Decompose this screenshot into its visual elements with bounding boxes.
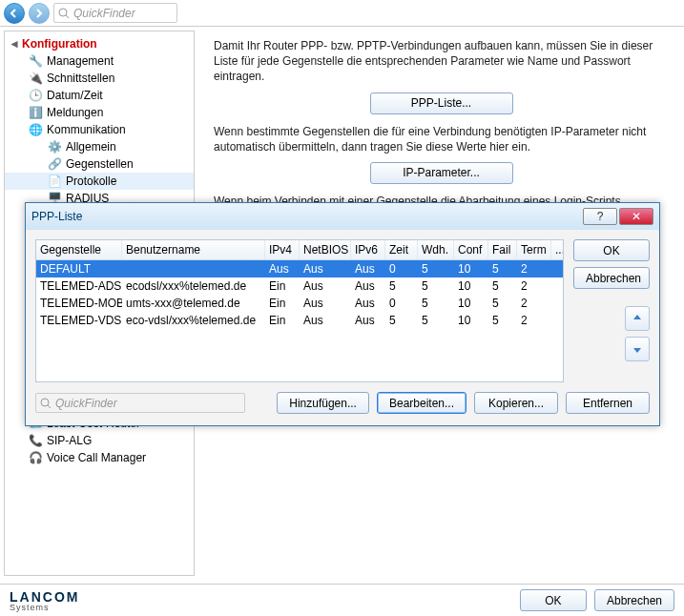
- cell: 10: [454, 312, 488, 329]
- column-header[interactable]: Benutzername: [122, 240, 265, 259]
- column-header[interactable]: NetBIOS: [300, 240, 351, 259]
- tree-item-interfaces[interactable]: 🔌Schnittstellen: [5, 70, 194, 87]
- cell: TELEMED-VDSL: [36, 312, 122, 329]
- tree-item-communication[interactable]: 🌐Kommunikation: [5, 121, 194, 138]
- cell: Aus: [300, 312, 351, 329]
- cell: eco-vdsl/xxx%telemed.de: [122, 312, 265, 329]
- edit-button[interactable]: Bearbeiten...: [377, 392, 466, 414]
- cell: 5: [385, 312, 418, 329]
- ppp-list-button[interactable]: PPP-Liste...: [370, 92, 513, 114]
- tree-root-label: Konfiguration: [22, 37, 97, 51]
- cell: 5: [488, 260, 517, 277]
- cell: 10: [454, 295, 488, 312]
- tree-label: Protokolle: [66, 175, 116, 188]
- dialog-ok-button[interactable]: OK: [573, 239, 650, 261]
- column-header[interactable]: Zeit: [385, 240, 418, 259]
- cell: 10: [454, 277, 488, 295]
- dialog-cancel-button[interactable]: Abbrechen: [573, 267, 650, 289]
- table-row[interactable]: TELEMED-ADSLecodsl/xxx%telemed.deEinAusA…: [36, 277, 563, 295]
- table-row[interactable]: TELEMED-MOBILumts-xxx@telemed.deEinAusAu…: [36, 295, 563, 312]
- dialog-titlebar[interactable]: PPP-Liste ? ✕: [26, 203, 659, 230]
- para-ip: Wenn bestimmte Gegenstellen die für eine…: [214, 124, 669, 154]
- node-icon: 🔗: [47, 156, 62, 172]
- footer-ok-button[interactable]: OK: [520, 589, 587, 611]
- tree-label: Management: [47, 54, 114, 68]
- doc-icon: 📄: [47, 174, 62, 189]
- dialog-help-button[interactable]: ?: [583, 208, 617, 225]
- svg-point-0: [59, 9, 67, 16]
- tree-label: SIP-ALG: [47, 434, 92, 447]
- tree-label: Allgemein: [66, 140, 116, 154]
- cell: Aus: [351, 277, 385, 295]
- cell: Aus: [351, 295, 385, 312]
- dialog-quickfinder[interactable]: QuickFinder: [35, 393, 245, 413]
- svg-point-2: [41, 399, 49, 406]
- column-header[interactable]: IPv4: [265, 240, 300, 259]
- arrow-down-icon: [631, 342, 644, 356]
- cell: Aus: [300, 277, 351, 295]
- tree-item-datetime[interactable]: 🕒Datum/Zeit: [5, 87, 194, 104]
- copy-button[interactable]: Kopieren...: [474, 392, 558, 414]
- column-header[interactable]: Term: [517, 240, 551, 259]
- clock-icon: 🕒: [28, 88, 43, 103]
- plug-icon: 🔌: [28, 71, 43, 86]
- cell: [551, 295, 564, 312]
- dialog-quickfinder-placeholder: QuickFinder: [55, 397, 117, 410]
- move-down-button[interactable]: [625, 337, 650, 361]
- nav-forward-button[interactable]: [29, 3, 50, 24]
- cell: ecodsl/xxx%telemed.de: [122, 277, 265, 295]
- add-button[interactable]: Hinzufügen...: [277, 392, 369, 414]
- cell: 5: [488, 312, 517, 329]
- column-header[interactable]: IPv6: [351, 240, 385, 259]
- tree-root[interactable]: ◄ Konfiguration: [5, 35, 194, 52]
- cell: 2: [517, 295, 551, 312]
- cell: 0: [385, 295, 418, 312]
- footer-cancel-button[interactable]: Abbrechen: [594, 589, 674, 611]
- table-row[interactable]: TELEMED-VDSLeco-vdsl/xxx%telemed.deEinAu…: [36, 312, 563, 329]
- column-header[interactable]: Fail: [488, 240, 517, 259]
- arrow-left-icon: [10, 9, 19, 18]
- ip-params-button[interactable]: IP-Parameter...: [370, 162, 513, 184]
- close-icon: ✕: [632, 210, 641, 223]
- move-up-button[interactable]: [625, 306, 650, 331]
- cell: Ein: [265, 312, 300, 329]
- tree-item-management[interactable]: 🔧Management: [5, 52, 194, 70]
- column-header[interactable]: Wdh.: [418, 240, 454, 259]
- help-icon: ?: [597, 210, 604, 223]
- tree-label: Datum/Zeit: [47, 89, 103, 102]
- tree-item-messages[interactable]: ℹ️Meldungen: [5, 104, 194, 121]
- dialog-title: PPP-Liste: [31, 210, 581, 223]
- dialog-close-button[interactable]: ✕: [619, 208, 653, 225]
- cell: [122, 260, 265, 277]
- cell: [551, 312, 564, 329]
- cell: [551, 277, 564, 295]
- cell: umts-xxx@telemed.de: [122, 295, 265, 312]
- cell: Aus: [265, 260, 300, 277]
- tree-item-protocols[interactable]: 📄Protokolle: [5, 173, 194, 190]
- phone-icon: 📞: [28, 433, 43, 448]
- tree-item-general[interactable]: ⚙️Allgemein: [5, 138, 194, 155]
- cell: TELEMED-ADSL: [36, 277, 122, 295]
- remove-button[interactable]: Entfernen: [566, 392, 650, 414]
- tree-item-voicecall[interactable]: 🎧Voice Call Manager: [5, 449, 194, 466]
- tree-label: Schnittstellen: [47, 72, 114, 85]
- wrench-icon: 🔧: [28, 53, 43, 69]
- table-row[interactable]: DEFAULTAusAusAus051052: [36, 260, 563, 277]
- search-icon: [58, 8, 70, 19]
- ppp-listview[interactable]: GegenstelleBenutzernameIPv4NetBIOSIPv6Ze…: [35, 239, 564, 382]
- cell: Ein: [265, 295, 300, 312]
- info-icon: ℹ️: [28, 105, 43, 120]
- tree-item-remotes[interactable]: 🔗Gegenstellen: [5, 155, 194, 173]
- search-icon: [40, 398, 52, 409]
- tree-item-sipalg[interactable]: 📞SIP-ALG: [5, 432, 194, 449]
- toolbar: QuickFinder: [0, 0, 684, 27]
- tree-label: Gegenstellen: [66, 157, 134, 171]
- column-header[interactable]: ...: [551, 240, 564, 259]
- nav-back-button[interactable]: [4, 3, 25, 24]
- column-header[interactable]: Conf: [454, 240, 488, 259]
- quickfinder-input[interactable]: QuickFinder: [53, 3, 177, 23]
- expander-icon: ◄: [9, 37, 18, 51]
- column-header[interactable]: Gegenstelle: [36, 240, 122, 259]
- gear-icon: ⚙️: [47, 139, 62, 154]
- cell: 5: [385, 277, 418, 295]
